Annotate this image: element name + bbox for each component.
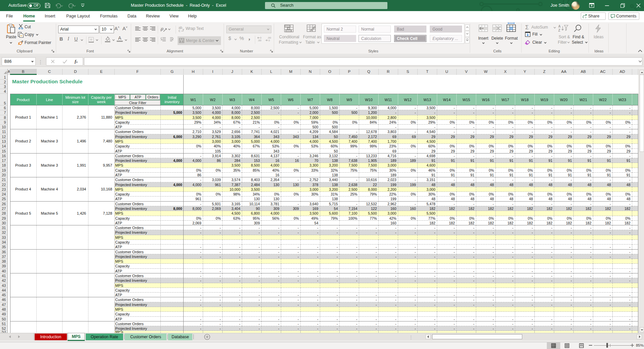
svg-text:Z: Z (558, 29, 560, 32)
svg-text:0: 0 (268, 39, 270, 42)
svg-text:A: A (558, 25, 561, 28)
svg-text:.00: .00 (258, 39, 262, 42)
svg-text:c: c (179, 29, 180, 32)
